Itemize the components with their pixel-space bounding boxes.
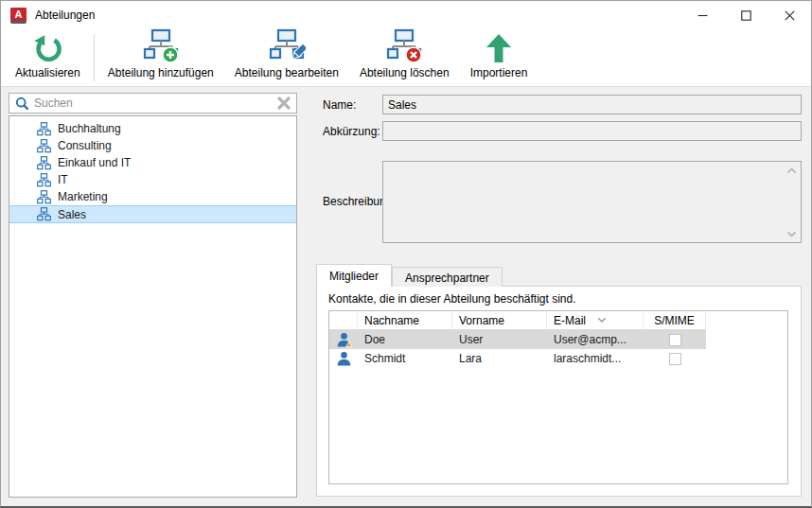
members-caption: Kontakte, die in dieser Abteilung beschä… [328, 292, 576, 306]
minimize-icon [697, 10, 708, 21]
smime-checkbox[interactable] [669, 353, 681, 365]
sort-chevron-down-icon [597, 317, 607, 324]
header-email[interactable]: E-Mail [547, 311, 644, 330]
department-label: Consulting [58, 139, 112, 152]
department-label: Buchhaltung [58, 122, 121, 135]
cell-smime [644, 334, 706, 346]
add-department-button[interactable]: Abteilung hinzufügen [97, 29, 224, 86]
name-field[interactable] [382, 95, 802, 114]
org-chart-icon [37, 156, 51, 170]
smime-checkbox[interactable] [669, 334, 681, 346]
toolbar-separator [94, 34, 95, 81]
org-chart-icon [37, 122, 51, 136]
header-nachname[interactable]: Nachname [358, 311, 452, 330]
department-label: Marketing [58, 190, 108, 203]
department-label: Sales [58, 208, 86, 221]
header-vorname[interactable]: Vorname [452, 311, 547, 330]
department-label: IT [58, 173, 68, 186]
app-icon-letter: A [10, 8, 26, 22]
scroll-up-icon[interactable] [786, 166, 797, 175]
close-icon [785, 10, 795, 21]
header-smime[interactable]: S/MIME [644, 311, 706, 330]
cell-smime [644, 353, 706, 365]
search-input[interactable] [34, 96, 273, 110]
person-icon [336, 332, 352, 348]
department-list-item[interactable]: Consulting [9, 137, 296, 154]
maximize-button[interactable] [724, 1, 768, 29]
edit-department-button[interactable]: Abteilung bearbeiten [224, 29, 349, 86]
members-table: Nachname Vorname E-Mail S/MIME [328, 310, 788, 484]
search-box [9, 93, 297, 114]
cell-nachname: Doe [358, 333, 452, 346]
person-icon [336, 351, 352, 367]
maximize-icon [741, 10, 751, 21]
name-label: Name: [323, 98, 356, 112]
tab-mitglieder[interactable]: Mitglieder [316, 264, 392, 287]
cell-nachname: Schmidt [358, 352, 452, 365]
app-icon: A [10, 8, 26, 24]
minimize-button[interactable] [680, 1, 724, 29]
refresh-icon [32, 32, 63, 64]
titlebar: A Abteilungen [1, 1, 811, 29]
org-chart-icon [37, 207, 51, 221]
department-list-item[interactable]: Marketing [9, 188, 296, 205]
tab-ansprechpartner[interactable]: Ansprechpartner [392, 267, 503, 287]
member-row[interactable]: Doe User User@acmp... [329, 330, 706, 349]
org-chart-icon [37, 190, 51, 204]
member-row[interactable]: Schmidt Lara laraschmidt... [329, 349, 706, 368]
members-table-header: Nachname Vorname E-Mail S/MIME [329, 311, 787, 330]
add-department-label: Abteilung hinzufügen [108, 66, 214, 79]
department-list: Buchhaltung Consulting Einkauf und IT IT [9, 115, 297, 498]
import-icon [485, 32, 513, 64]
org-add-icon [142, 28, 180, 64]
cell-email: User@acmp... [547, 333, 644, 346]
header-email-label: E-Mail [554, 314, 586, 327]
departments-window: A Abteilungen Aktualisieren [0, 0, 812, 508]
edit-department-label: Abteilung bearbeiten [235, 66, 339, 79]
clear-search-icon[interactable] [277, 96, 291, 110]
cell-vorname: User [452, 333, 547, 346]
main-area: Buchhaltung Consulting Einkauf und IT IT [1, 87, 811, 506]
description-field[interactable] [382, 161, 802, 243]
close-button[interactable] [768, 1, 811, 29]
department-list-item[interactable]: Einkauf und IT [9, 154, 296, 171]
header-icon-column[interactable] [329, 311, 358, 330]
department-list-item[interactable]: Buchhaltung [9, 120, 296, 137]
window-controls [680, 1, 811, 29]
cell-vorname: Lara [452, 352, 547, 365]
cell-email: laraschmidt... [547, 352, 644, 365]
delete-department-button[interactable]: Abteilung löschen [349, 29, 460, 86]
members-table-body: Doe User User@acmp... Schmidt Lara laras… [329, 330, 787, 368]
abbreviation-field[interactable] [382, 121, 802, 141]
org-chart-icon [37, 139, 51, 153]
import-button[interactable]: Importieren [460, 29, 538, 86]
toolbar: Aktualisieren Abteilung hinzufügen [1, 29, 811, 87]
department-label: Einkauf und IT [58, 156, 131, 169]
contact-icon-cell [329, 332, 358, 348]
refresh-label: Aktualisieren [15, 66, 80, 79]
scroll-down-icon[interactable] [786, 229, 797, 238]
members-panel: Kontakte, die in dieser Abteilung beschä… [316, 286, 802, 497]
org-edit-icon [268, 28, 306, 64]
department-list-item[interactable]: Sales [9, 205, 296, 223]
department-list-item[interactable]: IT [9, 171, 296, 188]
contact-icon-cell [329, 351, 358, 367]
delete-department-label: Abteilung löschen [360, 66, 450, 79]
org-chart-icon [37, 173, 51, 187]
import-label: Importieren [470, 66, 528, 79]
window-title: Abteilungen [35, 9, 95, 22]
detail-tabs: Mitglieder Ansprechpartner [316, 264, 503, 287]
abbreviation-label: Abkürzung: [323, 125, 380, 138]
refresh-button[interactable]: Aktualisieren [5, 29, 91, 86]
search-icon [15, 96, 29, 111]
org-delete-icon [385, 28, 423, 64]
header-filler [706, 311, 787, 330]
